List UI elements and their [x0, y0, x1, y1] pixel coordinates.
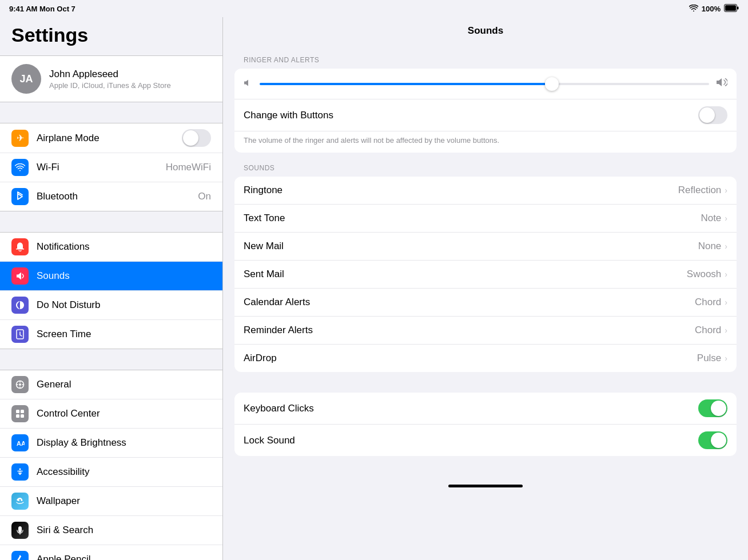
sound-row-text-tone[interactable]: Text Tone Note ›: [234, 205, 737, 233]
airdrop-chevron: ›: [725, 354, 727, 363]
sent-mail-chevron: ›: [725, 270, 727, 279]
system-items: Notifications Sounds: [0, 232, 222, 349]
other-toggles-card: Keyboard Clicks Lock Sound: [234, 393, 737, 456]
apple-pencil-icon: [11, 551, 29, 560]
status-bar: 9:41 AM Mon Oct 7 100%: [0, 0, 748, 17]
bluetooth-value: On: [198, 191, 211, 202]
wallpaper-icon: [11, 493, 29, 510]
sidebar-item-sounds[interactable]: Sounds: [0, 262, 222, 291]
sidebar-item-screen-time[interactable]: Screen Time: [0, 320, 222, 349]
keyboard-clicks-knob: [711, 401, 726, 416]
change-with-buttons-toggle[interactable]: [698, 106, 727, 124]
volume-slider-row: [234, 69, 737, 99]
sidebar-title: Settings: [0, 17, 222, 55]
ringtone-chevron: ›: [725, 186, 727, 195]
text-tone-value: Note: [701, 213, 721, 224]
keyboard-clicks-label: Keyboard Clicks: [244, 403, 314, 414]
volume-slider-thumb[interactable]: [545, 77, 559, 91]
sidebar-item-display-brightness[interactable]: AA Display & Brightness: [0, 429, 222, 458]
sound-row-new-mail[interactable]: New Mail None ›: [234, 233, 737, 261]
home-bar: [448, 485, 523, 487]
profile-info: John Appleseed Apple ID, iCloud, iTunes …: [49, 69, 171, 90]
bluetooth-label: Bluetooth: [37, 191, 190, 202]
status-indicators: 100%: [689, 4, 739, 14]
avatar: JA: [11, 64, 41, 94]
airplane-mode-toggle[interactable]: [182, 129, 211, 147]
svg-rect-2: [737, 6, 739, 9]
battery-icon: [724, 4, 739, 14]
svg-point-11: [19, 469, 21, 470]
wifi-value: HomeWiFi: [166, 162, 211, 173]
sounds-card: Ringtone Reflection › Text Tone Note › N…: [234, 177, 737, 372]
home-indicator: [223, 479, 748, 491]
sidebar-item-general[interactable]: General: [0, 370, 222, 399]
display-brightness-label: Display & Brightness: [37, 437, 211, 449]
other-toggles-section: Keyboard Clicks Lock Sound: [234, 393, 737, 456]
status-time: 9:41 AM: [9, 5, 37, 13]
control-center-label: Control Center: [37, 408, 211, 419]
general-label: General: [37, 379, 211, 390]
volume-slider-track[interactable]: [260, 83, 709, 85]
keyboard-clicks-toggle[interactable]: [698, 399, 727, 417]
preferences-items: General Control Center: [0, 370, 222, 560]
sent-mail-value: Swoosh: [687, 269, 721, 280]
wifi-label: Wi-Fi: [37, 162, 158, 173]
sidebar-item-wifi[interactable]: Wi-Fi HomeWiFi: [0, 153, 222, 182]
svg-text:AA: AA: [17, 440, 25, 447]
profile-name: John Appleseed: [49, 69, 171, 80]
svg-rect-9: [21, 414, 24, 418]
sidebar-item-do-not-disturb[interactable]: Do Not Disturb: [0, 291, 222, 320]
sidebar-item-bluetooth[interactable]: Bluetooth On: [0, 182, 222, 211]
sidebar-item-control-center[interactable]: Control Center: [0, 399, 222, 429]
sound-row-ringtone[interactable]: Ringtone Reflection ›: [234, 177, 737, 205]
wifi-icon: [11, 159, 29, 176]
reminder-alerts-chevron: ›: [725, 326, 727, 335]
profile-subtitle: Apple ID, iCloud, iTunes & App Store: [49, 81, 171, 90]
right-panel: Sounds RINGER AND ALERTS: [223, 17, 748, 560]
lock-sound-row: Lock Sound: [234, 425, 737, 456]
svg-point-5: [19, 383, 21, 386]
general-icon: [11, 376, 29, 393]
svg-rect-1: [725, 5, 736, 11]
ringer-section-label: RINGER AND ALERTS: [244, 56, 737, 64]
connectivity-group: ✈ Airplane Mode: [0, 123, 222, 211]
sound-row-reminder-alerts[interactable]: Reminder Alerts Chord ›: [234, 317, 737, 345]
sound-row-calendar-alerts[interactable]: Calendar Alerts Chord ›: [234, 289, 737, 317]
status-date: Mon Oct 7: [39, 5, 75, 13]
bluetooth-icon: [11, 188, 29, 205]
sidebar-item-airplane-mode[interactable]: ✈ Airplane Mode: [0, 123, 222, 153]
reminder-alerts-label: Reminder Alerts: [244, 325, 695, 336]
sidebar-item-wallpaper[interactable]: Wallpaper: [0, 487, 222, 516]
new-mail-value: None: [698, 241, 722, 252]
connectivity-items: ✈ Airplane Mode: [0, 123, 222, 211]
lock-sound-label: Lock Sound: [244, 435, 295, 446]
new-mail-label: New Mail: [244, 241, 698, 252]
keyboard-clicks-row: Keyboard Clicks: [234, 393, 737, 425]
screen-time-label: Screen Time: [37, 329, 211, 340]
reminder-alerts-value: Chord: [695, 325, 721, 336]
sidebar-item-notifications[interactable]: Notifications: [0, 233, 222, 262]
sidebar-item-accessibility[interactable]: Accessibility: [0, 458, 222, 487]
wifi-icon: [689, 5, 698, 13]
battery-percentage: 100%: [702, 5, 721, 13]
preferences-group: General Control Center: [0, 370, 222, 560]
sound-row-sent-mail[interactable]: Sent Mail Swoosh ›: [234, 261, 737, 289]
volume-high-icon: [716, 77, 727, 91]
airplane-mode-label: Airplane Mode: [37, 133, 174, 144]
sound-row-airdrop[interactable]: AirDrop Pulse ›: [234, 345, 737, 372]
lock-sound-toggle[interactable]: [698, 431, 727, 449]
do-not-disturb-icon: [11, 297, 29, 314]
sounds-section-label: SOUNDS: [244, 164, 737, 172]
svg-rect-8: [16, 414, 19, 418]
apple-pencil-label: Apple Pencil: [37, 554, 211, 560]
lock-sound-knob: [711, 433, 726, 448]
new-mail-chevron: ›: [725, 242, 727, 251]
sidebar-item-apple-pencil[interactable]: Apple Pencil: [0, 545, 222, 560]
sounds-icon: [11, 267, 29, 285]
calendar-alerts-value: Chord: [695, 297, 721, 308]
sidebar-item-siri-search[interactable]: Siri & Search: [0, 516, 222, 545]
status-time-date: 9:41 AM Mon Oct 7: [9, 5, 75, 13]
text-tone-chevron: ›: [725, 214, 727, 223]
wallpaper-label: Wallpaper: [37, 495, 211, 507]
profile-section[interactable]: JA John Appleseed Apple ID, iCloud, iTun…: [0, 55, 222, 102]
